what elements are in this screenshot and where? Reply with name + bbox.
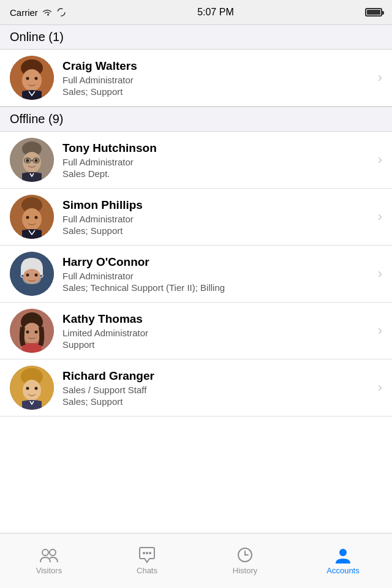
tab-history[interactable]: History xyxy=(196,533,294,588)
svg-point-27 xyxy=(35,331,38,334)
item-dept: Sales; Support xyxy=(62,225,373,236)
tab-chats[interactable]: Chats xyxy=(98,533,196,588)
svg-point-25 xyxy=(23,323,41,344)
accounts-icon xyxy=(333,546,353,564)
main-content: Online (1) Craig Walters xyxy=(0,24,392,472)
avatar xyxy=(10,138,54,182)
svg-point-4 xyxy=(26,77,29,80)
item-info: Kathy Thomas Limited Administrator Suppo… xyxy=(62,312,373,350)
svg-point-0 xyxy=(58,9,65,16)
svg-point-35 xyxy=(143,552,145,554)
svg-point-26 xyxy=(26,331,29,334)
chevron-icon: › xyxy=(378,323,382,339)
svg-point-32 xyxy=(35,387,38,390)
svg-point-16 xyxy=(22,208,42,230)
avatar xyxy=(10,195,54,239)
item-role: Full Administrator xyxy=(62,271,373,281)
battery-indicator xyxy=(365,8,382,17)
chevron-icon: › xyxy=(378,209,382,225)
svg-point-3 xyxy=(22,69,42,91)
item-info: Richard Granger Sales / Support Staff Sa… xyxy=(62,369,373,407)
item-name: Richard Granger xyxy=(62,369,373,383)
svg-point-21 xyxy=(26,274,29,277)
list-item[interactable]: Tony Hutchinson Full Administrator Sales… xyxy=(0,132,392,189)
tab-history-label: History xyxy=(233,566,257,575)
avatar xyxy=(10,56,54,100)
tab-accounts[interactable]: Accounts xyxy=(294,533,392,588)
tab-accounts-label: Accounts xyxy=(326,566,359,575)
item-role: Sales / Support Staff xyxy=(62,385,373,395)
svg-point-9 xyxy=(26,159,29,162)
item-name: Craig Walters xyxy=(62,59,373,73)
section-header-online: Online (1) xyxy=(0,24,392,50)
status-bar: Carrier 5:07 PM xyxy=(0,0,392,24)
tab-visitors[interactable]: Visitors xyxy=(0,533,98,588)
item-info: Tony Hutchinson Full Administrator Sales… xyxy=(62,141,373,179)
avatar xyxy=(10,309,54,353)
svg-point-30 xyxy=(23,380,41,401)
history-icon xyxy=(235,546,255,564)
svg-point-22 xyxy=(35,274,38,277)
simon-avatar-img xyxy=(10,195,54,239)
chevron-icon: › xyxy=(378,266,382,282)
item-dept: Sales; Support xyxy=(62,86,373,97)
item-name: Harry O'Connor xyxy=(62,255,373,269)
item-role: Limited Administrator xyxy=(62,328,373,338)
activity-icon xyxy=(56,7,66,17)
chevron-icon: › xyxy=(378,152,382,168)
battery-icon xyxy=(365,8,382,17)
list-item[interactable]: Simon Phillips Full Administrator Sales;… xyxy=(0,189,392,246)
item-name: Simon Phillips xyxy=(62,198,373,212)
svg-point-41 xyxy=(339,549,347,556)
tab-chats-label: Chats xyxy=(137,566,157,575)
svg-point-31 xyxy=(26,387,29,390)
item-role: Full Administrator xyxy=(62,214,373,224)
tab-bar: Visitors Chats History Accounts xyxy=(0,533,392,588)
svg-point-17 xyxy=(26,216,29,219)
chevron-icon: › xyxy=(378,380,382,396)
harry-avatar-img xyxy=(10,252,54,296)
list-item[interactable]: Kathy Thomas Limited Administrator Suppo… xyxy=(0,303,392,360)
kathy-avatar-img xyxy=(10,309,54,353)
tony-avatar-img xyxy=(10,138,54,182)
visitors-icon xyxy=(39,546,59,564)
item-info: Simon Phillips Full Administrator Sales;… xyxy=(62,198,373,236)
section-header-offline: Offline (9) xyxy=(0,107,392,132)
tab-visitors-label: Visitors xyxy=(36,566,62,575)
svg-point-5 xyxy=(35,77,38,80)
svg-point-34 xyxy=(50,549,56,556)
item-info: Craig Walters Full Administrator Sales; … xyxy=(62,59,373,97)
item-info: Harry O'Connor Full Administrator Sales;… xyxy=(62,255,373,293)
svg-point-18 xyxy=(35,216,38,219)
svg-point-33 xyxy=(42,549,48,556)
item-role: Full Administrator xyxy=(62,157,373,167)
item-name: Tony Hutchinson xyxy=(62,141,373,155)
avatar xyxy=(10,366,54,410)
list-item[interactable]: Richard Granger Sales / Support Staff Sa… xyxy=(0,360,392,417)
item-dept: Support xyxy=(62,339,373,350)
chevron-icon: › xyxy=(378,70,382,86)
svg-point-36 xyxy=(146,552,148,554)
item-dept: Sales Dept. xyxy=(62,168,373,179)
status-time: 5:07 PM xyxy=(197,7,234,18)
status-carrier: Carrier xyxy=(10,7,66,18)
richard-avatar-img xyxy=(10,366,54,410)
item-dept: Sales; Support xyxy=(62,396,373,407)
item-name: Kathy Thomas xyxy=(62,312,373,326)
svg-point-37 xyxy=(149,552,151,554)
item-dept: Sales; Technical Support (Tier II); Bill… xyxy=(62,282,373,293)
wifi-icon xyxy=(42,8,53,17)
svg-point-10 xyxy=(35,159,38,162)
craig-avatar-img xyxy=(10,56,54,100)
avatar xyxy=(10,252,54,296)
list-item[interactable]: Harry O'Connor Full Administrator Sales;… xyxy=(0,246,392,303)
chats-icon xyxy=(137,546,157,564)
list-item[interactable]: Craig Walters Full Administrator Sales; … xyxy=(0,50,392,107)
item-role: Full Administrator xyxy=(62,75,373,85)
